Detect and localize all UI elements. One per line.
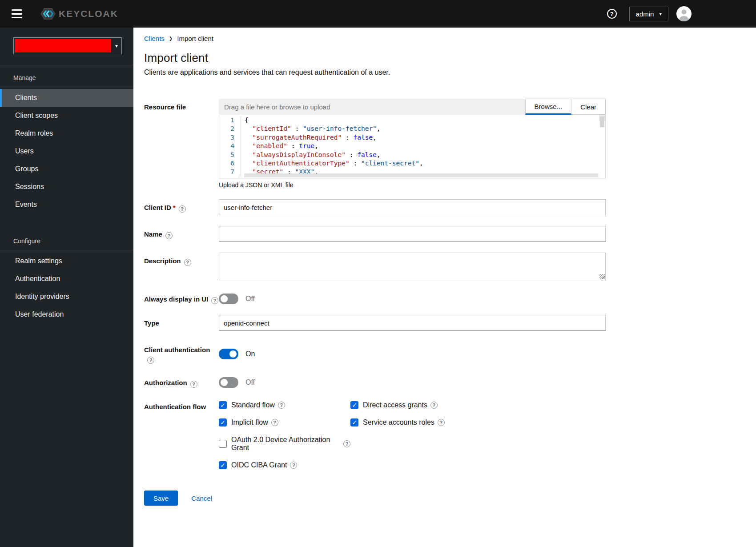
line-number: 3 [219,133,241,142]
code-line: 5 "alwaysDisplayInConsole" : false, [219,151,605,159]
checkbox-checked-icon[interactable] [219,418,227,426]
breadcrumb-link-clients[interactable]: Clients [144,35,165,42]
sidebar-item-users[interactable]: Users [0,142,133,160]
checkbox-checked-icon[interactable] [219,401,227,409]
editor-vertical-scrollbar[interactable] [600,117,604,127]
code-text: "clientId" : "user-info-fetcher", [241,125,381,133]
avatar[interactable] [676,6,692,21]
import-client-form: Resource file Browse... Clear 1{2 "clien… [144,99,606,519]
clear-button[interactable]: Clear [571,99,606,115]
help-icon[interactable] [438,419,445,426]
sidebar-item-realm-roles[interactable]: Realm roles [0,125,133,142]
checkbox-label: Standard flow [231,401,275,409]
hamburger-menu-icon[interactable] [12,6,28,22]
main-content: Clients ❯ Import client Import client Cl… [133,28,756,547]
authorization-row: Authorization Off [144,374,606,388]
code-line: 2 "clientId" : "user-info-fetcher", [219,125,605,133]
checkbox-implicit-flow[interactable]: Implicit flow [219,418,350,426]
realm-selector-block: ▾ [0,28,133,65]
sidebar-item-realm-settings[interactable]: Realm settings [0,252,133,270]
chevron-down-icon: ▾ [115,43,118,49]
name-row: Name [144,226,606,242]
realm-name-redacted [15,39,111,52]
toggle-state-label: On [245,350,255,358]
authorization-toggle[interactable] [219,377,238,388]
help-icon[interactable] [278,402,285,409]
client-id-row: Client ID* [144,199,606,215]
user-avatar-icon [676,6,692,21]
name-input[interactable] [219,226,606,242]
user-menu-dropdown[interactable]: admin ▾ [629,7,668,21]
description-label: Description [144,253,219,280]
authentication-flow-label: Authentication flow [144,398,219,469]
file-upload: Browse... Clear [219,99,606,115]
help-icon[interactable] [290,462,297,469]
help-icon[interactable] [343,440,350,447]
description-textarea[interactable] [219,253,606,280]
toggle-state-label: Off [245,378,255,386]
help-icon[interactable] [271,419,278,426]
type-label: Type [144,315,219,331]
save-button[interactable]: Save [144,491,178,506]
client-authentication-toggle[interactable] [219,349,238,359]
sidebar-item-events[interactable]: Events [0,196,133,213]
file-name-input[interactable] [219,99,525,115]
code-editor[interactable]: 1{2 "clientId" : "user-info-fetcher",3 "… [219,115,606,178]
line-number: 2 [219,125,241,133]
help-icon[interactable]: ? [607,9,617,19]
line-number: 1 [219,116,241,125]
help-icon[interactable] [184,259,191,266]
help-icon[interactable] [190,381,197,388]
required-indicator: * [173,204,176,211]
help-icon[interactable] [147,357,154,364]
breadcrumb-separator-icon: ❯ [169,36,173,41]
sidebar: ▾ ManageClientsClient scopesRealm rolesU… [0,28,133,547]
checkbox-oidc-ciba-grant[interactable]: OIDC CIBA Grant [219,461,350,469]
code-editor-lines: 1{2 "clientId" : "user-info-fetcher",3 "… [219,116,605,177]
realm-selector[interactable]: ▾ [13,37,122,54]
keycloak-logo-icon [40,7,56,20]
checkbox-unchecked-icon[interactable] [219,440,227,448]
file-helper-text: Upload a JSON or XML file [219,181,606,189]
always-display-toggle[interactable] [219,294,238,304]
sidebar-item-groups[interactable]: Groups [0,160,133,178]
sidebar-item-sessions[interactable]: Sessions [0,178,133,196]
checkbox-label: Implicit flow [231,418,268,426]
code-line: 1{ [219,116,605,125]
help-icon[interactable] [211,297,218,304]
description-row: Description [144,253,606,280]
checkbox-service-accounts-roles[interactable]: Service accounts roles [350,418,606,426]
sidebar-item-user-federation[interactable]: User federation [0,306,133,323]
sidebar-item-clients[interactable]: Clients [0,89,133,107]
checkbox-checked-icon[interactable] [219,461,227,469]
editor-horizontal-scrollbar[interactable] [244,173,598,177]
help-icon[interactable] [179,205,186,213]
line-number: 4 [219,142,241,150]
checkbox-direct-access-grants[interactable]: Direct access grants [350,401,606,409]
client-id-input[interactable] [219,199,606,215]
checkbox-label: Direct access grants [363,401,427,409]
checkbox-standard-flow[interactable]: Standard flow [219,401,350,409]
cancel-button[interactable]: Cancel [191,495,212,502]
authentication-flow-row: Authentication flow Standard flowDirect … [144,398,606,469]
help-icon[interactable] [165,232,173,239]
code-text: "enabled" : true, [241,142,318,150]
checkbox-oauth-2-0-device-authorization-grant[interactable]: OAuth 2.0 Device Authorization Grant [219,436,350,452]
sidebar-item-client-scopes[interactable]: Client scopes [0,107,133,125]
checkbox-checked-icon[interactable] [350,418,358,426]
sidebar-nav: ManageClientsClient scopesRealm rolesUse… [0,65,133,323]
sidebar-item-authentication[interactable]: Authentication [0,270,133,288]
type-input[interactable] [219,315,606,331]
breadcrumb-current: Import client [177,35,213,42]
sidebar-item-identity-providers[interactable]: Identity providers [0,288,133,306]
code-text: "clientAuthenticatorType" : "client-secr… [241,159,423,168]
help-icon[interactable] [430,402,438,409]
type-row: Type [144,315,606,331]
checkbox-checked-icon[interactable] [350,401,358,409]
resource-file-label: Resource file [144,99,219,189]
always-display-label: Always display in UI [144,291,219,304]
browse-button[interactable]: Browse... [525,99,572,115]
code-text: "surrogateAuthRequired" : false, [241,133,377,142]
client-id-label: Client ID* [144,199,219,215]
auth-flow-grid: Standard flowDirect access grantsImplici… [219,398,606,469]
